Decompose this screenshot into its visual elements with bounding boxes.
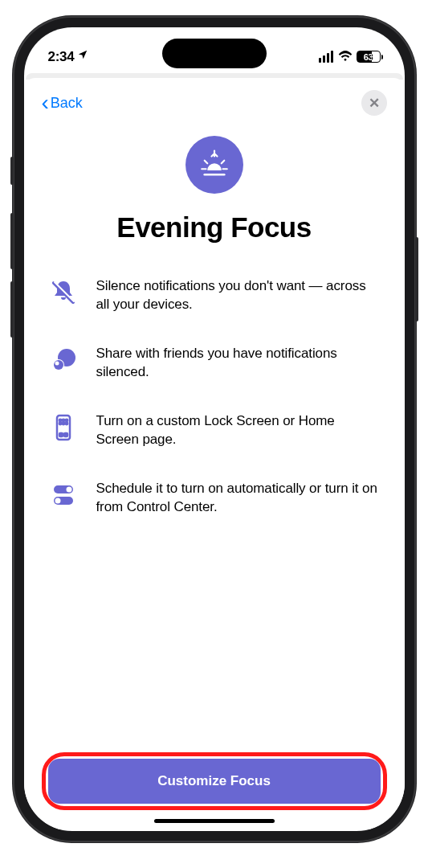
svg-point-10 [65, 420, 67, 421]
toggle-icon [48, 480, 79, 510]
battery-level: 63 [364, 52, 373, 62]
svg-point-13 [65, 423, 67, 424]
feature-text: Share with friends you have notification… [96, 345, 381, 382]
close-icon: ✕ [369, 95, 380, 112]
status-left: 2:34 [48, 49, 89, 65]
feature-item: Share with friends you have notification… [48, 345, 381, 382]
svg-point-6 [55, 361, 59, 365]
feature-text: Schedule it to turn on automatically or … [96, 480, 381, 517]
share-status-icon [48, 345, 79, 375]
dynamic-island [162, 39, 267, 68]
page-title: Evening Focus [42, 211, 387, 244]
feature-item: Turn on a custom Lock Screen or Home Scr… [48, 412, 381, 449]
cellular-icon [318, 51, 334, 63]
side-button [10, 213, 14, 269]
modal-sheet: ‹ Back ✕ Evening Focus [24, 78, 405, 829]
spacer [42, 517, 387, 753]
cta-highlight-ring: Customize Focus [42, 752, 387, 810]
screen: 2:34 63 ‹ Back [24, 27, 405, 831]
side-button [10, 281, 14, 338]
close-button[interactable]: ✕ [361, 90, 387, 116]
phone-frame: 2:34 63 ‹ Back [13, 16, 416, 842]
home-indicator[interactable] [154, 819, 275, 823]
svg-point-11 [59, 423, 60, 424]
feature-list: Silence notifications you don't want — a… [42, 277, 387, 517]
svg-point-17 [66, 486, 71, 492]
back-label: Back [51, 95, 83, 112]
feature-text: Turn on a custom Lock Screen or Home Scr… [96, 412, 381, 449]
feature-item: Silence notifications you don't want — a… [48, 277, 381, 314]
side-button [415, 237, 418, 321]
svg-point-12 [62, 423, 63, 424]
feature-text: Silence notifications you don't want — a… [96, 277, 381, 314]
chevron-left-icon: ‹ [42, 92, 49, 114]
modal-header: ‹ Back ✕ [42, 86, 387, 120]
feature-item: Schedule it to turn on automatically or … [48, 480, 381, 517]
svg-point-9 [62, 420, 63, 421]
svg-rect-14 [59, 433, 63, 436]
focus-icon [185, 136, 243, 194]
customize-focus-button[interactable]: Customize Focus [48, 759, 381, 804]
phone-screen-icon [48, 412, 79, 443]
wifi-icon [338, 49, 353, 65]
side-button [10, 157, 14, 185]
back-button[interactable]: ‹ Back [42, 92, 83, 114]
svg-point-5 [54, 360, 63, 370]
svg-point-19 [55, 497, 60, 503]
svg-point-8 [59, 420, 60, 421]
battery-icon: 63 [357, 51, 381, 63]
svg-rect-15 [64, 433, 67, 436]
status-time: 2:34 [48, 49, 75, 65]
bell-slash-icon [48, 277, 79, 308]
location-icon [77, 49, 88, 63]
status-right: 63 [318, 49, 381, 65]
